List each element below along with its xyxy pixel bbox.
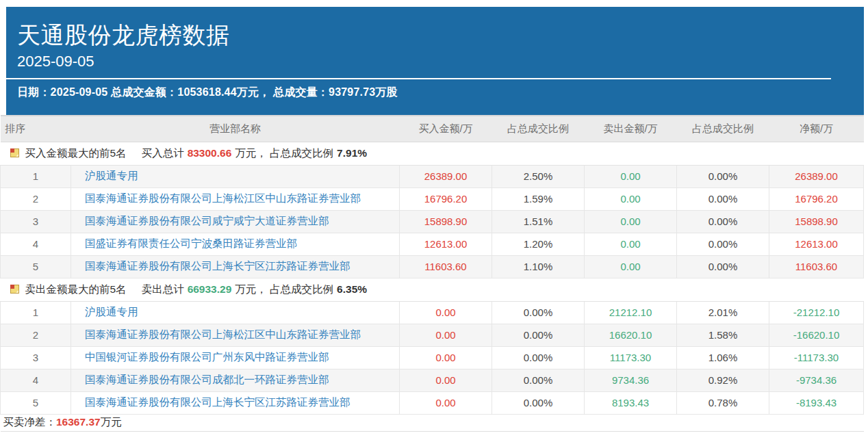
sell-total-label: 卖出总计 [142,283,184,295]
table-header-row: 排序 营业部名称 买入金额/万 占总成交比例 卖出金额/万 占总成交比例 净额/… [1,116,864,142]
sell-pct-cell: 1.06% [677,346,769,369]
rank-cell: 2 [1,187,71,210]
net-amount-cell: 12613.00 [769,233,864,255]
table-row: 5 国泰海通证券股份有限公司上海长宁区江苏路证券营业部 11603.60 1.1… [1,255,864,278]
net-amount-cell: 16796.20 [769,187,864,210]
buy-pct-cell: 1.59% [492,187,585,210]
rank-cell: 4 [1,233,71,255]
buy-amount-cell: 15898.90 [400,210,492,233]
net-amount-cell: -21212.10 [769,301,864,324]
net-diff-value: 16367.37 [56,416,101,428]
net-amount-cell: 11603.60 [769,255,864,278]
table-row: 3 中国银河证券股份有限公司广州东风中路证券营业部 0.00 0.00% 111… [1,346,864,369]
table-row: 4 国泰海通证券股份有限公司成都北一环路证券营业部 0.00 0.00% 973… [1,369,864,391]
branch-name-link[interactable]: 国泰海通证券股份有限公司上海长宁区江苏路证券营业部 [85,260,350,272]
buy-pct-cell: 1.20% [492,233,585,255]
net-diff-unit: 万元 [101,416,122,428]
buy-section-title: 买入金额最大的前5名 [25,147,127,159]
table-row: 5 国泰海通证券股份有限公司上海长宁区江苏路证券营业部 0.00 0.00% 8… [1,391,864,414]
sell-amount-cell: 0.00 [585,255,677,278]
buy-pct-cell: 0.00% [492,369,585,391]
rank-cell: 5 [1,391,71,414]
buy-pct-cell: 0.00% [492,391,585,414]
sell-pct-cell: 0.00% [677,255,769,278]
buy-pct-cell: 1.51% [492,210,585,233]
sell-pct-cell: 1.58% [677,324,769,346]
branch-name-link[interactable]: 国泰海通证券股份有限公司成都北一环路证券营业部 [85,374,329,385]
column-header-buy-ratio: 占总成交比例 [492,116,585,142]
branch-name-link[interactable]: 沪股通专用 [85,306,138,317]
buy-total-label: 买入总计 [142,147,184,159]
summary-line: 日期：2025-09-05 总成交金额：1053618.44万元， 总成交量：9… [17,86,847,100]
buy-pct-cell: 0.00% [492,301,585,324]
sell-pct-cell: 0.00% [677,165,769,187]
sell-total-unit: 万元， 占总成交比例 [235,283,333,295]
buy-total-value: 83300.66 [188,147,232,159]
table-row: 4 国盛证券有限责任公司宁波桑田路证券营业部 12613.00 1.20% 0.… [1,233,864,255]
table-row: 3 国泰海通证券股份有限公司咸宁咸宁大道证券营业部 15898.90 1.51%… [1,210,864,233]
table-row: 2 国泰海通证券股份有限公司上海松江区中山东路证券营业部 0.00 0.00% … [1,324,864,346]
net-amount-cell: -9734.36 [769,369,864,391]
sell-amount-cell: 0.00 [585,210,677,233]
buy-pct-cell: 1.10% [492,255,585,278]
rank-cell: 3 [1,210,71,233]
sell-section-header: 卖出金额最大的前5名卖出总计66933.29万元， 占总成交比例6.35% [1,278,864,301]
net-amount-cell: -11173.30 [769,346,864,369]
branch-name-link[interactable]: 沪股通专用 [85,170,138,181]
note-icon [10,148,19,157]
sell-total-value: 66933.29 [188,283,232,295]
sell-amount-cell: 0.00 [585,233,677,255]
column-header-rank: 排序 [1,116,71,142]
column-header-branch-name: 营业部名称 [71,116,400,142]
column-header-buy-amount: 买入金额/万 [400,116,492,142]
sell-pct-cell: 0.78% [677,391,769,414]
sell-pct-cell: 0.00% [677,187,769,210]
page-title: 天通股份龙虎榜数据 [17,21,847,50]
rank-cell: 3 [1,346,71,369]
sell-amount-cell: 0.00 [585,165,677,187]
branch-name-link[interactable]: 国泰海通证券股份有限公司上海松江区中山东路证券营业部 [85,192,361,204]
sell-total-percent: 6.35% [337,283,367,295]
dragon-tiger-table: 排序 营业部名称 买入金额/万 占总成交比例 卖出金额/万 占总成交比例 净额/… [0,115,864,432]
buy-amount-cell: 0.00 [400,369,492,391]
buy-amount-cell: 11603.60 [400,255,492,278]
sell-section-title: 卖出金额最大的前5名 [25,283,127,295]
branch-name-link[interactable]: 国泰海通证券股份有限公司咸宁咸宁大道证券营业部 [85,215,329,226]
sell-pct-cell: 0.00% [677,233,769,255]
branch-name-link[interactable]: 国盛证券有限责任公司宁波桑田路证券营业部 [85,237,297,249]
column-header-sell-amount: 卖出金额/万 [585,116,677,142]
report-date: 2025-09-05 [17,53,847,70]
table-row: 2 国泰海通证券股份有限公司上海松江区中山东路证券营业部 16796.20 1.… [1,187,864,210]
buy-total-percent: 7.91% [337,147,367,159]
branch-name-link[interactable]: 中国银河证券股份有限公司广州东风中路证券营业部 [85,351,329,363]
header-divider [6,78,831,79]
buy-section-header: 买入金额最大的前5名买入总计83300.66万元， 占总成交比例7.91% [1,142,864,165]
rank-cell: 1 [1,301,71,324]
sell-pct-cell: 0.00% [677,210,769,233]
rank-cell: 4 [1,369,71,391]
buy-pct-cell: 2.50% [492,165,585,187]
sell-section: 卖出金额最大的前5名卖出总计66933.29万元， 占总成交比例6.35% 1 … [1,278,864,414]
net-amount-cell: 26389.00 [769,165,864,187]
net-amount-cell: -8193.43 [769,391,864,414]
buy-amount-cell: 0.00 [400,391,492,414]
sell-amount-cell: 9734.36 [585,369,677,391]
column-header-net-amount: 净额/万 [769,116,864,142]
sell-amount-cell: 11173.30 [585,346,677,369]
column-header-sell-ratio: 占总成交比例 [677,116,769,142]
sell-pct-cell: 2.01% [677,301,769,324]
net-diff-label: 买卖净差： [3,416,57,428]
buy-total-unit: 万元， 占总成交比例 [235,147,333,159]
branch-name-link[interactable]: 国泰海通证券股份有限公司上海松江区中山东路证券营业部 [85,328,361,340]
rank-cell: 5 [1,255,71,278]
branch-name-link[interactable]: 国泰海通证券股份有限公司上海长宁区江苏路证券营业部 [85,396,350,408]
rank-cell: 1 [1,165,71,187]
buy-amount-cell: 0.00 [400,346,492,369]
buy-pct-cell: 0.00% [492,346,585,369]
report-header: 天通股份龙虎榜数据 2025-09-05 日期：2025-09-05 总成交金额… [6,7,864,115]
net-amount-cell: 15898.90 [769,210,864,233]
sell-amount-cell: 0.00 [585,187,677,210]
sell-amount-cell: 21212.10 [585,301,677,324]
net-diff-row: 买卖净差：16367.37万元 [1,414,864,431]
buy-amount-cell: 0.00 [400,301,492,324]
